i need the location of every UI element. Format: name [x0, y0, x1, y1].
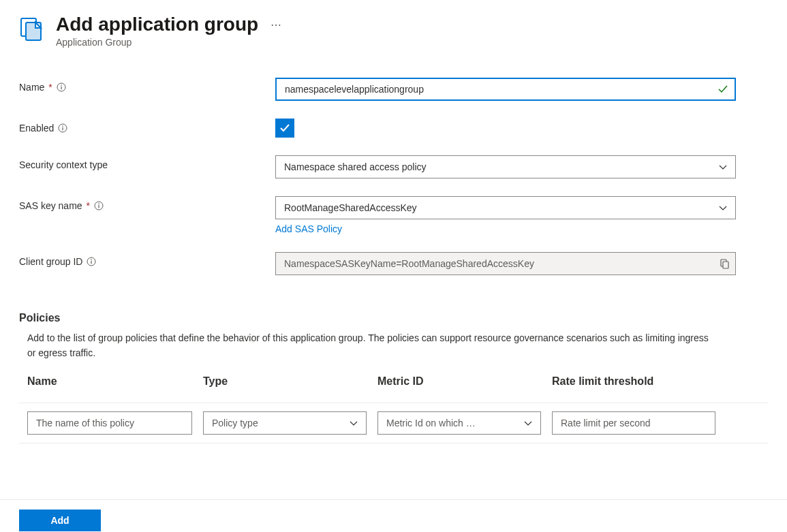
svg-point-3 [61, 84, 62, 86]
divider [19, 443, 768, 443]
required-asterisk: * [87, 200, 90, 211]
required-asterisk: * [48, 82, 52, 93]
chevron-down-icon [717, 202, 728, 213]
policy-rate-input[interactable] [552, 411, 715, 435]
svg-rect-10 [98, 205, 99, 208]
client-group-id-label: Client group ID [19, 256, 82, 267]
name-label: Name [19, 82, 44, 93]
policy-name-input[interactable] [27, 411, 192, 435]
page-title: Add application group [56, 14, 258, 35]
info-icon[interactable] [87, 257, 96, 266]
application-group-icon [19, 16, 45, 42]
chevron-down-icon [717, 161, 728, 172]
info-icon[interactable] [58, 123, 67, 133]
enabled-label: Enabled [19, 123, 54, 134]
policies-heading: Policies [19, 312, 768, 324]
chevron-down-icon [523, 418, 534, 428]
copy-icon[interactable] [719, 258, 730, 269]
policy-metric-select[interactable]: Metric Id on which … [377, 411, 541, 435]
svg-rect-15 [723, 262, 728, 268]
column-header-name: Name [27, 375, 192, 388]
column-header-metric: Metric ID [377, 375, 541, 388]
sas-key-select[interactable]: RootManageSharedAccessKey [275, 196, 736, 219]
add-sas-policy-link[interactable]: Add SAS Policy [275, 223, 342, 234]
column-header-type: Type [203, 375, 367, 388]
client-group-id-field: NamespaceSASKeyName=RootManageSharedAcce… [275, 252, 736, 275]
enabled-checkbox[interactable] [275, 119, 294, 138]
more-actions-button[interactable]: ⋯ [266, 16, 286, 34]
policies-description: Add to the list of group policies that d… [19, 331, 714, 360]
info-icon[interactable] [94, 201, 104, 210]
page-header: Add application group ⋯ Application Grou… [19, 14, 768, 48]
svg-point-12 [91, 259, 93, 260]
page-subtitle: Application Group [56, 37, 768, 48]
table-row: Policy type Metric Id on which … [19, 411, 768, 435]
policy-type-select[interactable]: Policy type [203, 411, 367, 435]
info-icon[interactable] [57, 82, 66, 92]
divider [19, 403, 768, 403]
svg-point-9 [98, 203, 99, 204]
svg-rect-7 [63, 127, 63, 131]
svg-point-6 [63, 125, 64, 127]
security-context-select[interactable]: Namespace shared access policy [275, 155, 736, 178]
policies-table: Name Type Metric ID Rate limit threshold… [19, 375, 768, 443]
chevron-down-icon [348, 418, 359, 428]
svg-rect-4 [61, 87, 61, 90]
security-context-label: Security context type [19, 159, 108, 170]
sas-key-label: SAS key name [19, 200, 82, 211]
svg-rect-13 [91, 261, 92, 264]
name-input[interactable] [275, 78, 736, 101]
valid-checkmark-icon [717, 83, 729, 95]
column-header-rate: Rate limit threshold [552, 375, 715, 388]
